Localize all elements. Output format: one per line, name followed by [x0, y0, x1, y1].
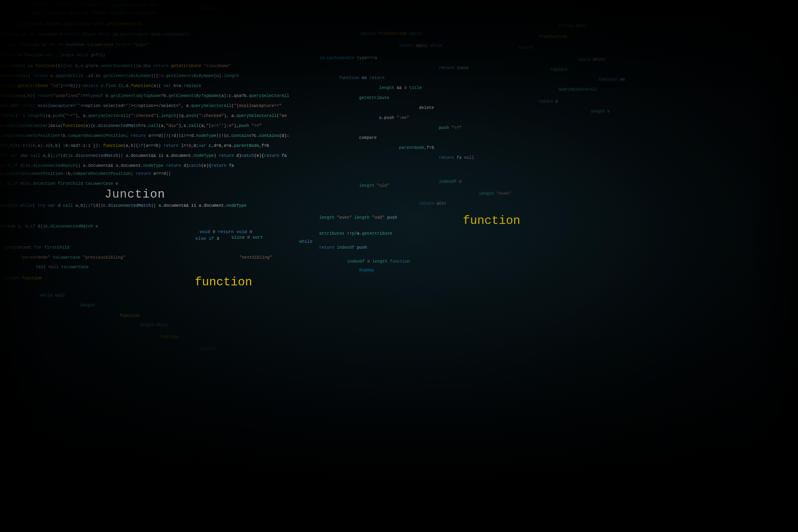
code-line: erCase 0, 0,if d||c.disconnectedMatch e — [0, 224, 98, 229]
code-line: 0, 0,if d||c.detection firstChild toLowe… — [0, 182, 118, 186]
code-line: slice 0 sort — [231, 235, 263, 240]
code-line: delete — [419, 106, 434, 110]
code-line: test null toLowerCase — [36, 265, 89, 269]
code-line: 0, 0,if d||c.disconnectedMatch|| a.docum… — [0, 164, 234, 168]
code-line: unshift while( try var d call a,b);if(d|… — [0, 204, 247, 208]
code-line: ect id="-~r\\' msallowcapture=''><option… — [0, 104, 282, 108]
junction-text: Junction — [105, 188, 165, 200]
code-line: length — [80, 303, 95, 308]
code-line: a.push ":en" — [379, 116, 409, 120]
code-line: function go var function b return length… — [0, 33, 189, 37]
code-line: indexOf 0 length function — [347, 259, 410, 264]
code-line: parentNode,f=b — [399, 146, 434, 150]
code-line: ThrowTag apply — [80, 2, 110, 6]
code-line: length "old" — [359, 184, 389, 188]
code-line: function(a){ return o.appendChild .id.in… — [0, 74, 239, 78]
code-line: o.msMatchesSelector)&&ia(function(a){c.d… — [0, 124, 261, 128]
code-line: compare — [359, 136, 377, 140]
code-line: length && 9 title — [379, 86, 422, 90]
code-line: while — [299, 239, 312, 244]
code-layer: apply split function b var length replac… — [0, 0, 798, 532]
code-line: compareDocumentPosition=!b.compareDocume… — [0, 134, 289, 138]
code-line: length function — [4, 276, 42, 281]
code-line: indexOf 0 — [439, 180, 462, 184]
code-line: length "even" — [479, 192, 512, 196]
code-line: a.compareDocumentPosition-!b.compareDocu… — [0, 172, 171, 176]
code-line: else if 3 — [196, 237, 219, 241]
code-line: return — [519, 46, 533, 50]
code-line: replace fromCharCode apply — [359, 32, 421, 36]
code-line: return getAttribute "id")===b}}):delete … — [0, 84, 201, 88]
code-line: return input — [439, 66, 469, 70]
code-line: split — [319, 3, 330, 7]
code-background: apply split function b var length replac… — [0, 0, 798, 532]
code-line: return fa null — [439, 156, 474, 160]
code-line: replace — [551, 68, 567, 72]
code-line: RegExp (apply) split var charAt replace … — [32, 11, 156, 15]
code-line: function ma return — [339, 76, 384, 80]
code-line: length test return apply white push getE… — [16, 22, 142, 26]
code-line: function ma — [598, 78, 625, 82]
code-line: return apply while — [399, 44, 442, 48]
code-line: attributes !!p/a.getAttribute — [319, 231, 392, 236]
code-line: querySelectorAll — [559, 88, 597, 92]
code-line: "parentNode" toLowercase "previousSiblin… — [20, 255, 126, 260]
function-right: function — [463, 215, 520, 227]
code-line: length v — [591, 110, 610, 114]
code-line: t(v,b)?1:k?J(k,a)-J(k,b) :0:4&d?-1:1 }):… — [0, 144, 269, 148]
code-line: return indexOf push — [319, 245, 367, 250]
code-line: function — [160, 335, 179, 339]
code-line: apply split function b var length replac… — [0, 3, 158, 7]
code-line: while null — [40, 293, 65, 298]
void-return-line: void 0 return void 0 — [200, 230, 252, 234]
code-line: return a — [539, 100, 558, 104]
code-line: RegMap — [359, 268, 374, 273]
code-line: return attr — [419, 202, 446, 206]
code-line: [id~=-]" ).length||q.push("~="), a.query… — [0, 114, 287, 118]
code-line: attributes ia function(a){var b,e,g=a?a.… — [0, 64, 231, 68]
code-line: function(a,b){ return"undefined"!==typeo… — [0, 94, 289, 98]
code-line: id.cacheHandle type===a — [319, 56, 377, 60]
code-line: textContent for firstChild — [4, 245, 69, 250]
code-line: function b — [200, 7, 221, 11]
code-line: "nextSibling" — [239, 255, 272, 260]
code-line: indexOf — [200, 347, 216, 351]
code-line: length while — [140, 323, 168, 327]
code-line: return ha function var , length while g=… — [0, 53, 105, 57]
code-line: getAttribute — [359, 96, 389, 100]
code-line: function — [120, 314, 140, 318]
code-line: try var d&& call a,b);if(d||c.disconnect… — [0, 154, 287, 158]
function-mid: function — [195, 276, 252, 288]
code-line: length "even" length "odd" push — [319, 216, 397, 220]
code-line: apply white — [579, 58, 605, 62]
code-line: fromCharCode — [539, 35, 567, 39]
code-line: null function ja var == nodeName toLower… — [8, 43, 149, 47]
code-line: WhyTag apply — [559, 24, 587, 28]
code-line: push "!=" — [439, 126, 462, 130]
